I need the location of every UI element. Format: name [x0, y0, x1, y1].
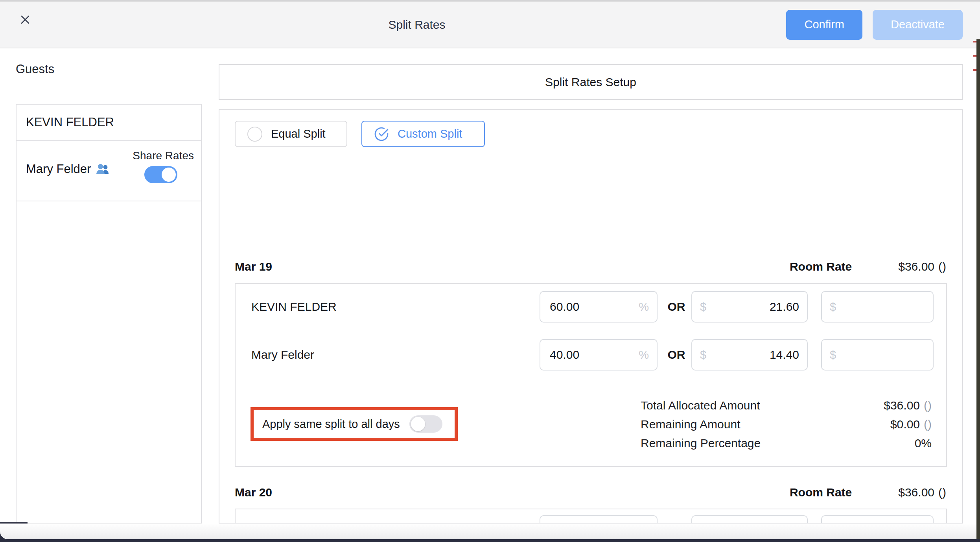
split-row-kevin: KEVIN FELDER % OR $ $: [236, 291, 946, 323]
amount-field: $: [691, 291, 808, 323]
setup-header: Split Rates Setup: [219, 64, 963, 100]
apply-split-toggle-knob: [411, 417, 425, 431]
apply-split-control: Apply same split to all days: [254, 410, 455, 438]
totals-label: Remaining Percentage: [641, 437, 761, 450]
totals-label: Total Allocated Amount: [641, 399, 760, 412]
day-date: Mar 20: [235, 486, 272, 499]
apply-split-label: Apply same split to all days: [262, 418, 400, 431]
amount-input[interactable]: [709, 292, 799, 322]
page-behind-bottom-bar: [0, 539, 980, 542]
room-rate-paren: (): [938, 260, 946, 273]
room-rate-label: Room Rate: [790, 260, 852, 273]
totals-value: $36.00: [884, 399, 920, 412]
room-rate-paren: (): [938, 486, 946, 499]
share-rates-label: Share Rates: [133, 149, 194, 162]
split-row-mary: Mary Felder % OR $ $: [236, 339, 946, 371]
equal-split-option[interactable]: Equal Split: [235, 121, 347, 147]
amount-input[interactable]: [709, 516, 799, 524]
room-rate-label: Room Rate: [790, 486, 852, 499]
percent-input[interactable]: [550, 292, 636, 322]
percent-suffix: %: [639, 348, 649, 361]
custom-split-option[interactable]: Custom Split: [361, 121, 485, 147]
page-behind-right-edge: [976, 39, 980, 539]
split-row-inputs: % OR $ $: [540, 291, 934, 323]
extra-amount-field: $: [821, 291, 934, 323]
day-header-mar20: Mar 20 Room Rate $36.00 (): [235, 483, 946, 502]
dollar-prefix: $: [830, 348, 836, 361]
split-row-inputs: % OR $ $: [540, 515, 934, 524]
modal-bottom-strip: [0, 524, 980, 539]
apply-split-toggle[interactable]: [409, 415, 442, 433]
room-rate-value: $36.00: [898, 486, 934, 499]
guest-list-item-primary[interactable]: KEVIN FELDER: [17, 105, 201, 141]
setup-title: Split Rates Setup: [545, 76, 636, 89]
totals-paren: (): [924, 418, 932, 431]
scrollbar-mark: [973, 41, 976, 42]
room-rate-value: $36.00: [898, 260, 934, 273]
scrollbar-mark: [973, 69, 976, 71]
dollar-prefix: $: [830, 300, 836, 313]
totals-mar19: Total Allocated Amount $36.00() Remainin…: [641, 399, 932, 455]
percent-suffix: %: [639, 300, 649, 313]
page-title: Split Rates: [334, 2, 499, 48]
custom-split-label: Custom Split: [398, 127, 462, 140]
confirm-button[interactable]: Confirm: [786, 10, 862, 40]
totals-row: Total Allocated Amount $36.00(): [641, 399, 932, 418]
totals-value: $0.00: [890, 418, 920, 431]
deactivate-button[interactable]: Deactivate: [873, 10, 963, 40]
equal-split-label: Equal Split: [271, 127, 326, 140]
extra-amount-input[interactable]: [839, 340, 925, 370]
check-circle-icon: [374, 127, 389, 142]
amount-field: $: [691, 515, 808, 524]
percent-field: %: [540, 339, 658, 371]
split-row-guest-name: KEVIN FELDER: [251, 291, 337, 323]
totals-paren: (): [924, 399, 932, 412]
day-box-mar20: KEVIN FELDER % OR $ $: [235, 509, 947, 524]
setup-panel: Equal Split Custom Split Mar 19 Room Rat…: [219, 109, 963, 524]
extra-amount-input[interactable]: [839, 516, 925, 524]
split-row-guest-name: KEVIN FELDER: [251, 515, 337, 524]
extra-amount-field: $: [821, 339, 934, 371]
guest-list-panel: KEVIN FELDER Mary Felder Share Rates: [16, 104, 202, 524]
close-button[interactable]: [17, 12, 33, 28]
extra-amount-input[interactable]: [839, 292, 925, 322]
split-row-kevin: KEVIN FELDER % OR $ $: [236, 515, 946, 524]
close-icon: [19, 14, 31, 26]
amount-field: $: [691, 339, 808, 371]
dollar-prefix: $: [700, 348, 706, 361]
amount-input[interactable]: [709, 340, 799, 370]
extra-amount-field: $: [821, 515, 934, 524]
dollar-prefix: $: [700, 300, 706, 313]
share-rates-toggle-knob: [162, 168, 176, 182]
totals-label: Remaining Amount: [641, 418, 740, 431]
totals-value: 0%: [915, 437, 932, 450]
secondary-guest-name-wrap: Mary Felder: [26, 162, 111, 176]
guests-heading: Guests: [16, 62, 54, 76]
scrollbar-mark: [973, 55, 976, 57]
secondary-guest-name: Mary Felder: [26, 162, 91, 176]
header-actions: Confirm Deactivate: [786, 2, 963, 48]
split-rates-modal: Split Rates Confirm Deactivate Guests KE…: [0, 0, 980, 542]
or-label: OR: [665, 300, 688, 313]
percent-field: %: [540, 515, 658, 524]
percent-input[interactable]: [550, 516, 636, 524]
day-box-mar19: KEVIN FELDER % OR $ $: [235, 283, 947, 467]
totals-row: Remaining Percentage 0%: [641, 437, 932, 455]
radio-unchecked-icon: [247, 127, 262, 142]
split-row-inputs: % OR $ $: [540, 339, 934, 371]
room-rate-row: Room Rate $36.00 (): [790, 486, 946, 499]
percent-field: %: [540, 291, 658, 323]
percent-input[interactable]: [550, 340, 636, 370]
shared-guests-icon: [96, 163, 111, 175]
day-header-mar19: Mar 19 Room Rate $36.00 (): [235, 257, 946, 276]
modal-header: Split Rates Confirm Deactivate: [0, 2, 980, 48]
room-rate-row: Room Rate $36.00 (): [790, 260, 946, 273]
split-row-guest-name: Mary Felder: [251, 339, 314, 371]
totals-row: Remaining Amount $0.00(): [641, 418, 932, 437]
guest-list-item-secondary[interactable]: Mary Felder Share Rates: [17, 141, 201, 201]
day-date: Mar 19: [235, 260, 272, 273]
or-label: OR: [665, 348, 688, 361]
share-rates-toggle[interactable]: [144, 166, 177, 183]
apply-split-highlight-box: Apply same split to all days: [251, 407, 458, 441]
primary-guest-name: KEVIN FELDER: [26, 115, 114, 129]
